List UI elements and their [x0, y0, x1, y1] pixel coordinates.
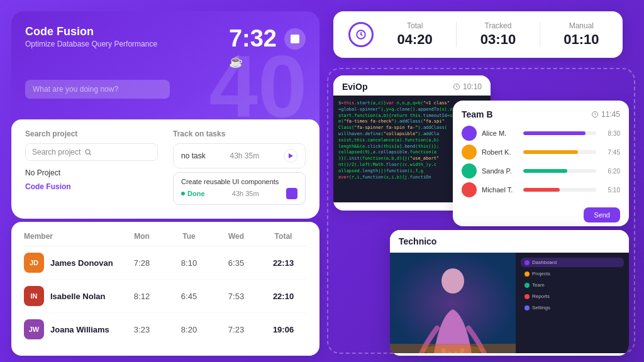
team-b-avatar-3: [462, 182, 477, 197]
tracked-value: 03:10: [480, 31, 516, 48]
total-value: 04:20: [397, 31, 433, 48]
team-b-hours-1: 7:45: [601, 149, 620, 156]
cf-search-project-label: Search project: [25, 129, 158, 138]
cf-timer: 7:32: [229, 25, 277, 52]
time-tracker-widget: Total 04:20 Tracked 03:10 Manual 01:10: [333, 11, 623, 58]
td-wed-1: 6:35: [213, 258, 260, 268]
cf-task-input[interactable]: [25, 80, 170, 99]
cf-tasks-col: Track on tasks no task 43h 35m Create re…: [173, 129, 306, 209]
cf-task1-time: 43h 35m: [230, 151, 260, 160]
clock-icon: [348, 22, 374, 47]
team-b-member-0: Alice M. 8:30: [462, 126, 620, 141]
cf-task1: no task 43h 35m: [173, 143, 306, 168]
cf-task1-name: no task: [181, 151, 206, 160]
ts-dot-2: [525, 283, 530, 288]
technico-title: Technico: [399, 236, 436, 246]
member-name-3: Joana Williams: [50, 325, 109, 334]
team-table-card: Member Mon Tue Wed Total JD James Donova…: [11, 222, 319, 356]
th-member: Member: [24, 232, 118, 241]
team-b-member-2: Sandra P. 6:20: [462, 163, 620, 178]
team-b-bar-3: [523, 188, 560, 192]
td-tue-2: 6:45: [165, 292, 213, 301]
cf-task2: Create reusable UI components Done 43h 3…: [173, 172, 306, 205]
td-mon-1: 7:28: [118, 258, 165, 268]
team-b-member-name-1: Robert K.: [482, 148, 518, 156]
eviop-time: 10:10: [453, 82, 482, 91]
td-wed-2: 7:53: [213, 292, 260, 301]
team-b-bar-container-0: [523, 131, 596, 135]
team-b-members: Alice M. 8:30 Robert K. 7:45 Sandra P. 6…: [462, 126, 620, 197]
ts-label-1: Projects: [532, 271, 550, 277]
technico-sidebar-item-0[interactable]: Dashboard: [521, 258, 624, 267]
th-mon: Mon: [118, 232, 165, 241]
th-wed: Wed: [213, 232, 260, 241]
divider-1: [456, 22, 457, 47]
cf-task2-row: Done 43h 35m: [181, 188, 297, 199]
td-tue-1: 8:10: [165, 258, 213, 268]
technico-header: Technico: [390, 230, 629, 253]
team-b-send-button[interactable]: Send: [584, 207, 620, 222]
cf-task2-stop-button[interactable]: [286, 188, 297, 199]
cf-task2-name: Create reusable UI components: [181, 178, 297, 185]
team-b-time-value: 11:45: [601, 110, 620, 119]
team-b-avatar-1: [462, 145, 477, 160]
member-cell-2: IN Isabelle Nolan: [24, 286, 118, 306]
team-b-bar-1: [523, 150, 578, 154]
member-name-2: Isabelle Nolan: [50, 292, 105, 301]
manual-section: Manual 01:10: [555, 21, 608, 48]
ts-dot-0: [525, 260, 530, 265]
cf-task2-status: Done: [181, 190, 205, 197]
svg-point-6: [441, 268, 464, 293]
td-wed-3: 7:23: [213, 325, 260, 334]
project-no-project[interactable]: No Project: [25, 166, 158, 180]
table-row: JD James Donovan 7:28 8:10 6:35 22:13: [24, 246, 307, 280]
td-mon-2: 8:12: [118, 292, 165, 301]
cf-timer-area: 7:32: [229, 25, 306, 52]
svg-rect-8: [390, 344, 516, 353]
technico-sidebar-item-2[interactable]: Team: [521, 280, 624, 290]
cf-header: Code Fusion Optimize Database Query Perf…: [25, 25, 306, 69]
eviop-header: EviOp 10:10: [333, 75, 491, 96]
ts-label-4: Settings: [532, 305, 550, 310]
member-cell-1: JD James Donovan: [24, 253, 118, 273]
cf-project-list: No Project Code Fusion: [25, 166, 158, 194]
cf-stop-button[interactable]: [284, 28, 306, 50]
team-b-bar-0: [523, 131, 586, 135]
ts-label-3: Reports: [532, 293, 550, 299]
play-icon: [289, 153, 293, 158]
technico-card: Technico: [390, 230, 629, 356]
team-b-member-1: Robert K. 7:45: [462, 145, 620, 160]
cf-bottom-row: Search project Search project No Project…: [25, 129, 306, 209]
tracked-section: Tracked 03:10: [472, 21, 524, 48]
svg-point-1: [86, 150, 90, 154]
team-b-title: Team B: [462, 109, 493, 119]
total-section: Total 04:20: [389, 21, 441, 48]
team-b-time: 11:45: [591, 110, 620, 119]
cf-task1-play-button[interactable]: [284, 149, 297, 163]
th-total: Total: [260, 232, 307, 241]
cf-task2-time: 43h 35m: [232, 190, 259, 197]
cf-task1-row: no task 43h 35m: [181, 149, 297, 163]
technico-sidebar-item-3[interactable]: Reports: [521, 292, 624, 301]
team-b-bar-container-1: [523, 150, 596, 154]
td-total-2: 22:10: [260, 292, 307, 301]
td-total-1: 22:13: [260, 258, 307, 268]
ts-dot-4: [525, 305, 530, 310]
clock-icon: [591, 111, 599, 118]
avatar-3: JW: [24, 319, 44, 339]
table-row: IN Isabelle Nolan 8:12 6:45 7:53 22:10: [24, 280, 307, 313]
total-label: Total: [407, 21, 423, 30]
technico-sidebar-item-1[interactable]: Projects: [521, 269, 624, 278]
search-icon: [84, 148, 92, 156]
team-b-member-name-0: Alice M.: [482, 129, 518, 137]
project-code-fusion[interactable]: Code Fusion: [25, 180, 158, 194]
technico-sidebar-item-4[interactable]: Settings: [521, 303, 624, 312]
team-b-bar-container-2: [523, 169, 596, 173]
cf-title: Code Fusion: [25, 25, 157, 38]
tracked-label: Tracked: [485, 21, 512, 30]
avatar-2: IN: [24, 286, 44, 306]
td-tue-3: 8:20: [165, 325, 213, 334]
cf-search-project-input[interactable]: Search project: [25, 143, 158, 161]
td-mon-3: 3:23: [118, 325, 165, 334]
team-b-hours-2: 6:20: [601, 168, 620, 175]
